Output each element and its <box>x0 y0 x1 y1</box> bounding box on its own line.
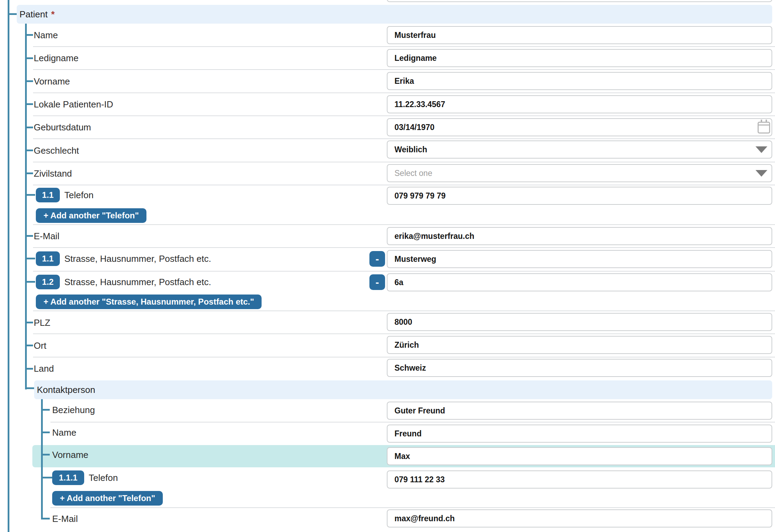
land-input[interactable] <box>387 359 772 377</box>
tree-tick-kontakt-name <box>41 432 50 433</box>
calendar-icon[interactable] <box>758 122 770 134</box>
kontakt-name-label: Name <box>52 427 76 438</box>
zivilstand-select[interactable] <box>387 164 772 182</box>
tree-tick-ort <box>25 345 33 346</box>
telefon-input[interactable] <box>387 187 772 205</box>
row-separator <box>33 271 775 272</box>
tree-tick-land <box>25 368 33 370</box>
tree-tick-ledigname <box>25 57 33 59</box>
row-separator <box>33 247 775 248</box>
ort-label: Ort <box>34 340 46 351</box>
strasse-2-input[interactable] <box>387 273 772 291</box>
strasse-1-index-badge: 1.1 <box>36 251 60 266</box>
row-separator <box>33 311 775 311</box>
land-label: Land <box>34 363 54 374</box>
row-separator <box>33 138 775 139</box>
kontakt-vorname-label: Vorname <box>52 450 88 460</box>
tree-tick-telefon <box>25 194 35 196</box>
patient-section-title: Patient <box>19 9 48 20</box>
row-separator <box>33 224 775 225</box>
kontakt-email-label: E-Mail <box>52 514 78 524</box>
patienten-id-label: Lokale Patienten-ID <box>34 99 113 110</box>
name-input[interactable] <box>387 26 772 44</box>
tree-tick-kontaktperson <box>25 387 34 389</box>
name-label: Name <box>34 30 58 40</box>
remove-strasse-2-button[interactable]: - <box>369 274 385 290</box>
strasse-2-label: Strasse, Hausnummer, Postfach etc. <box>64 277 211 287</box>
vorname-input[interactable] <box>387 72 772 90</box>
plz-label: PLZ <box>34 317 50 328</box>
tree-tick-kontakt-vorname <box>41 454 50 456</box>
geburtsdatum-input[interactable] <box>387 118 772 136</box>
kontaktperson-section-header[interactable]: Kontaktperson <box>34 380 772 399</box>
plz-input[interactable] <box>387 313 772 331</box>
beziehung-label: Beziehung <box>52 405 95 415</box>
tree-tick-patient <box>8 13 17 15</box>
calendar-ring <box>761 120 762 123</box>
tree-tick-email <box>25 235 33 237</box>
kontakt-telefon-index-badge: 1.1.1 <box>52 470 84 485</box>
patient-section-header[interactable]: Patient * <box>17 5 772 24</box>
row-separator <box>50 507 775 508</box>
patient-form: Patient * Kontaktperson Name Ledigname V… <box>0 0 775 532</box>
add-kontakt-telefon-button[interactable]: + Add another "Telefon" <box>52 491 163 506</box>
strasse-1-label: Strasse, Hausnummer, Postfach etc. <box>64 253 211 264</box>
telefon-index-badge: 1.1 <box>36 188 60 202</box>
calendar-ring <box>766 120 767 123</box>
tree-tick-strasse-2 <box>25 281 35 283</box>
vorname-label: Vorname <box>34 76 70 87</box>
remove-strasse-1-button[interactable]: - <box>369 251 385 267</box>
row-separator <box>50 422 775 422</box>
tree-line-root <box>8 0 9 532</box>
strasse-2-index-badge: 1.2 <box>36 275 60 289</box>
calendar-header-line <box>759 124 769 126</box>
row-separator <box>33 185 775 185</box>
tree-tick-geburtsdatum <box>25 127 33 128</box>
tree-line-patient-children <box>25 24 27 389</box>
ledigname-label: Ledigname <box>34 53 79 63</box>
zivilstand-label: Zivilstand <box>34 168 72 179</box>
kontakt-telefon-label: Telefon <box>89 473 118 483</box>
row-separator <box>33 46 775 47</box>
row-separator <box>33 92 775 93</box>
kontakt-email-input[interactable] <box>387 509 772 527</box>
geschlecht-label: Geschlecht <box>34 145 79 156</box>
tree-tick-plz <box>25 322 33 323</box>
strasse-1-input[interactable] <box>387 250 772 268</box>
row-separator <box>33 162 775 162</box>
add-telefon-button[interactable]: + Add another "Telefon" <box>36 208 146 223</box>
previous-field-partial-input[interactable] <box>387 0 772 2</box>
email-label: E-Mail <box>34 231 59 241</box>
email-input[interactable] <box>387 227 772 245</box>
tree-tick-kontakt-email <box>41 518 50 519</box>
kontaktperson-section-title: Kontaktperson <box>37 385 95 395</box>
geburtsdatum-label: Geburtsdatum <box>34 122 91 132</box>
tree-tick-name <box>25 34 33 36</box>
tree-tick-patienten-id <box>25 103 33 105</box>
ledigname-input[interactable] <box>387 49 772 67</box>
kontakt-name-input[interactable] <box>387 425 772 443</box>
ort-input[interactable] <box>387 336 772 354</box>
tree-tick-geschlecht <box>25 150 33 151</box>
tree-tick-strasse-1 <box>25 258 35 259</box>
beziehung-input[interactable] <box>387 402 772 420</box>
chevron-down-icon[interactable] <box>756 146 767 153</box>
chevron-down-icon[interactable] <box>756 170 767 177</box>
row-separator <box>33 69 775 70</box>
tree-tick-vorname <box>25 80 33 82</box>
geschlecht-select[interactable] <box>387 140 772 159</box>
required-asterisk: * <box>51 9 55 20</box>
telefon-label: Telefon <box>64 190 94 200</box>
tree-tick-beziehung <box>41 409 50 411</box>
tree-tick-zivilstand <box>25 172 33 174</box>
kontakt-telefon-input[interactable] <box>387 470 772 489</box>
row-separator <box>33 333 775 334</box>
tree-tick-kontakt-telefon <box>41 477 52 478</box>
row-separator <box>33 357 775 357</box>
tree-line-kontaktperson-children <box>41 399 43 519</box>
kontakt-vorname-input[interactable] <box>387 447 772 465</box>
patienten-id-input[interactable] <box>387 95 772 113</box>
add-strasse-button[interactable]: + Add another "Strasse, Hausnummer, Post… <box>36 295 262 309</box>
row-separator <box>33 115 775 116</box>
